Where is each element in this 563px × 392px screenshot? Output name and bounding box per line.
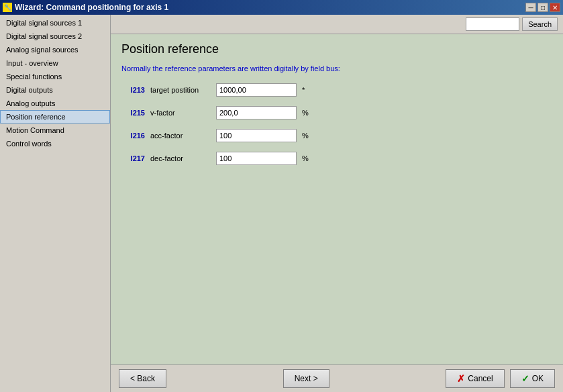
search-button[interactable]: Search: [522, 17, 558, 31]
top-bar: Search: [111, 15, 563, 34]
sidebar-item-analog-signal[interactable]: Analog signal sources: [0, 43, 110, 56]
param-row-i213: I213 target postition *: [121, 83, 552, 97]
sidebar-item-position-reference[interactable]: Position reference: [0, 110, 110, 124]
param-input-i217[interactable]: [216, 152, 297, 165]
param-unit-i215: %: [302, 109, 312, 117]
sidebar-item-digital-outputs[interactable]: Digital outputs: [0, 83, 110, 97]
param-unit-i217: %: [302, 154, 312, 162]
ok-label: OK: [532, 374, 544, 383]
cancel-button[interactable]: ✗ Cancel: [446, 369, 504, 388]
maximize-button[interactable]: □: [538, 3, 548, 12]
sidebar-item-analog-outputs[interactable]: Analog outputs: [0, 97, 110, 110]
param-id-i217: I217: [121, 154, 145, 162]
window-icon: 🔧: [3, 3, 12, 12]
param-input-i213[interactable]: [216, 83, 297, 97]
minimize-button[interactable]: ─: [525, 3, 536, 12]
param-row-i217: I217 dec-factor %: [121, 152, 552, 165]
param-id-i213: I213: [121, 86, 145, 94]
param-name-i215: v-factor: [150, 109, 211, 117]
param-id-i216: I216: [121, 132, 145, 140]
sidebar: Digital signal sources 1 Digital signal …: [0, 15, 111, 392]
cancel-icon: ✗: [457, 373, 465, 384]
sidebar-item-digital-signal-1[interactable]: Digital signal sources 1: [0, 16, 110, 30]
search-input[interactable]: [466, 17, 519, 31]
sidebar-item-input-overview[interactable]: Input - overview: [0, 56, 110, 70]
back-button[interactable]: < Back: [119, 369, 166, 388]
param-id-i215: I215: [121, 109, 145, 117]
sidebar-item-control-words[interactable]: Control words: [0, 137, 110, 150]
param-input-i215[interactable]: [216, 106, 297, 119]
sidebar-item-digital-signal-2[interactable]: Digital signal sources 2: [0, 30, 110, 43]
param-name-i217: dec-factor: [150, 154, 211, 162]
param-unit-i213: *: [302, 86, 312, 94]
next-button[interactable]: Next >: [283, 369, 329, 388]
cancel-label: Cancel: [468, 374, 493, 383]
info-text: Normally the reference parameters are wr…: [121, 64, 552, 72]
param-row-i216: I216 acc-factor %: [121, 129, 552, 142]
param-unit-i216: %: [302, 132, 312, 140]
close-button[interactable]: ✕: [550, 3, 560, 12]
ok-icon: ✓: [521, 373, 529, 384]
bottom-nav: < Back Next > ✗ Cancel ✓ OK: [111, 364, 563, 392]
param-name-i213: target postition: [150, 86, 211, 94]
main-container: Digital signal sources 1 Digital signal …: [0, 15, 563, 392]
content-area: Search Position reference Normally the r…: [111, 15, 563, 392]
ok-button[interactable]: ✓ OK: [510, 369, 555, 388]
window-title: Wizard: Command positioning for axis 1: [15, 3, 168, 12]
page-title: Position reference: [121, 42, 552, 56]
param-row-i215: I215 v-factor %: [121, 106, 552, 119]
window-controls: ─ □ ✕: [525, 3, 560, 12]
title-bar: 🔧 Wizard: Command positioning for axis 1…: [0, 0, 563, 15]
param-name-i216: acc-factor: [150, 132, 211, 140]
content-panel: Position reference Normally the referenc…: [111, 34, 563, 364]
sidebar-item-motion-command[interactable]: Motion Command: [0, 124, 110, 137]
sidebar-item-special-functions[interactable]: Special functions: [0, 70, 110, 83]
param-input-i216[interactable]: [216, 129, 297, 142]
